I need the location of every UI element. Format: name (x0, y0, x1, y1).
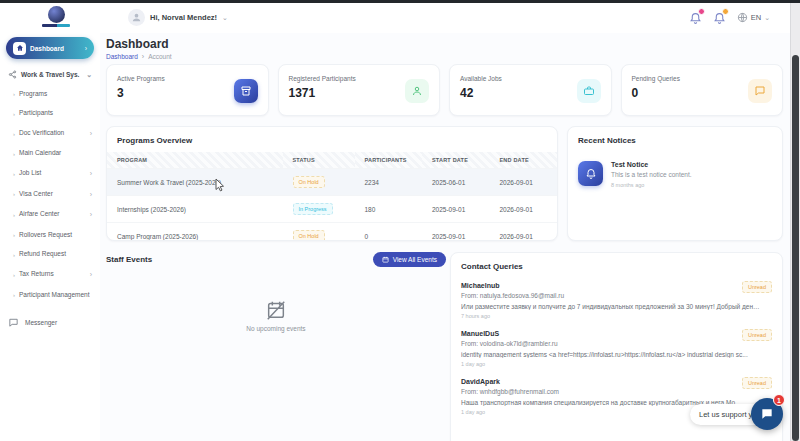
sidebar-item-main-calendar[interactable]: ›Main Calendar (0, 144, 100, 164)
sidebar-item-label: Refund Request (19, 250, 94, 259)
participants-cell: 180 (355, 196, 423, 223)
notice-title: Test Notice (611, 161, 692, 168)
chevron-right-icon: › (90, 270, 92, 279)
column-header: PROGRAM (107, 152, 283, 169)
briefcase-icon (577, 79, 601, 103)
chat-bubble-icon (8, 317, 19, 328)
column-header: PARTICIPANTS (355, 152, 423, 169)
notifications-bell-icon[interactable] (689, 11, 702, 24)
sidebar-item-label: Participant Management (19, 291, 94, 300)
query-preview: Или разместите заявку и получите до 7 ин… (461, 303, 761, 310)
column-header: START DATE (422, 152, 490, 169)
chevron-right-icon: › (13, 251, 15, 259)
sidebar-item-label: Visa Center (19, 190, 86, 199)
chevron-down-icon: ⌄ (86, 71, 92, 78)
sidebar-item-rollovers-request[interactable]: ›Rollovers Request (0, 225, 100, 245)
unread-badge: Unread (742, 329, 772, 341)
sidebar-item-visa-center[interactable]: ›Visa Center› (0, 184, 100, 204)
chevron-right-icon: › (13, 110, 15, 118)
end-date-cell: 2026-09-01 (490, 196, 558, 223)
sidebar-item-programs[interactable]: ›Programs (0, 84, 100, 104)
start-date-cell: 2025-09-01 (422, 223, 490, 242)
sidebar-section-work-travel[interactable]: Work & Travel Sys. ⌄ (0, 61, 100, 84)
chevron-right-icon: › (13, 190, 15, 198)
query-item[interactable]: ManuelDuS Unread From: volodina-ok7ld@ra… (461, 330, 772, 367)
sidebar-item-participants[interactable]: ›Participants (0, 104, 100, 124)
button-label: View All Events (393, 256, 437, 263)
program-cell: Summer Work & Travel (2025-2026) (107, 169, 283, 196)
panel-title: Recent Notices (578, 136, 772, 145)
stat-card-pending-queries: Pending Queries 0 (621, 64, 784, 116)
language-selector[interactable]: EN ⌄ (737, 12, 770, 23)
recent-notices-panel: Recent Notices Test Notice This is a tes… (567, 126, 783, 241)
language-label: EN (751, 13, 761, 22)
notice-timestamp: 8 months ago (611, 182, 692, 188)
sidebar-item-label: Rollovers Request (19, 231, 94, 240)
query-from: From: wnhdfgbb@fuhrenmail.com (461, 388, 772, 395)
sidebar-item-label: Dashboard (30, 45, 81, 52)
logo-wordmark (42, 24, 70, 27)
sidebar-item-tax-returns[interactable]: ›Tax Returns› (0, 265, 100, 285)
avatar (128, 9, 145, 26)
section-title: Staff Events (106, 255, 152, 264)
query-sender: Michaelnub (461, 282, 772, 289)
sidebar-item-label: Airfare Center (19, 210, 86, 219)
chevron-right-icon: › (13, 170, 15, 178)
participants-cell: 0 (355, 223, 423, 242)
chevron-down-icon: ⌄ (222, 14, 228, 21)
sidebar-section-label: Work & Travel Sys. (21, 71, 82, 78)
chat-icon (748, 79, 772, 103)
programs-overview-panel: Programs Overview PROGRAM STATUS PARTICI… (106, 126, 558, 241)
table-row[interactable]: Internships (2025-2026) In Progress 180 … (107, 196, 557, 223)
start-date-cell: 2025-06-01 (422, 169, 490, 196)
share-network-icon (8, 70, 17, 79)
sidebar-item-label: Messenger (25, 319, 57, 326)
chevron-right-icon: › (90, 169, 92, 178)
home-icon (13, 42, 26, 55)
chevron-right-icon: › (90, 129, 92, 138)
browser-top-edge (0, 0, 800, 3)
chevron-right-icon: › (13, 291, 15, 299)
column-header: STATUS (283, 152, 355, 169)
user-menu[interactable]: Hi, Norval Mendez! ⌄ (128, 9, 228, 26)
stat-card-registered-participants: Registered Participants 1371 (278, 64, 441, 116)
status-badge: In Progress (293, 203, 333, 215)
notice-item[interactable]: Test Notice This is a test notice conten… (578, 161, 772, 188)
table-row[interactable]: Summer Work & Travel (2025-2026) On Hold… (107, 169, 557, 196)
status-badge: On Hold (293, 176, 325, 188)
sidebar-item-airfare-center[interactable]: ›Airfare Center› (0, 205, 100, 225)
panel-title: Contact Queries (461, 262, 772, 271)
chevron-right-icon: › (90, 210, 92, 219)
alert-badge-dot (722, 8, 729, 15)
sidebar-item-label: Main Calendar (19, 149, 94, 158)
page-title: Dashboard (106, 37, 169, 51)
chevron-right-icon: › (13, 231, 15, 239)
stats-row: Active Programs 3 Registered Participant… (106, 64, 783, 116)
breadcrumb-dashboard-link[interactable]: Dashboard (106, 53, 138, 60)
chevron-right-icon: › (13, 271, 15, 279)
sidebar-item-refund-request[interactable]: ›Refund Request (0, 245, 100, 265)
sidebar: Dashboard › Work & Travel Sys. ⌄ ›Progra… (0, 33, 100, 441)
sidebar-item-participant-management[interactable]: ›Participant Management (0, 285, 100, 305)
query-from: From: volodina-ok7ld@rambler.ru (461, 340, 772, 347)
empty-state-text: No upcoming events (106, 325, 446, 332)
sidebar-item-doc-verification[interactable]: ›Doc Verification› (0, 124, 100, 144)
events-empty-state: No upcoming events (106, 299, 446, 332)
sidebar-item-label: Job List (19, 169, 86, 178)
programs-table: PROGRAM STATUS PARTICIPANTS START DATE E… (107, 152, 557, 241)
sidebar-item-messenger[interactable]: Messenger (0, 308, 100, 337)
chevron-right-icon: › (13, 130, 15, 138)
user-icon (405, 79, 429, 103)
query-item[interactable]: Michaelnub Unread From: natulya.fedosova… (461, 282, 772, 319)
scrollbar-track[interactable] (790, 3, 800, 441)
table-row[interactable]: Camp Program (2025-2026) On Hold 0 2025-… (107, 223, 557, 242)
sidebar-item-label: Participants (19, 109, 94, 118)
sidebar-item-dashboard[interactable]: Dashboard › (6, 37, 94, 59)
chevron-right-icon: › (13, 90, 15, 98)
breadcrumb-current: Account (148, 53, 172, 60)
alerts-bell-icon[interactable] (713, 11, 726, 24)
bell-icon (578, 161, 603, 186)
sidebar-item-job-list[interactable]: ›Job List› (0, 164, 100, 184)
scrollbar-thumb[interactable] (792, 55, 799, 441)
view-all-events-button[interactable]: View All Events (373, 252, 446, 267)
